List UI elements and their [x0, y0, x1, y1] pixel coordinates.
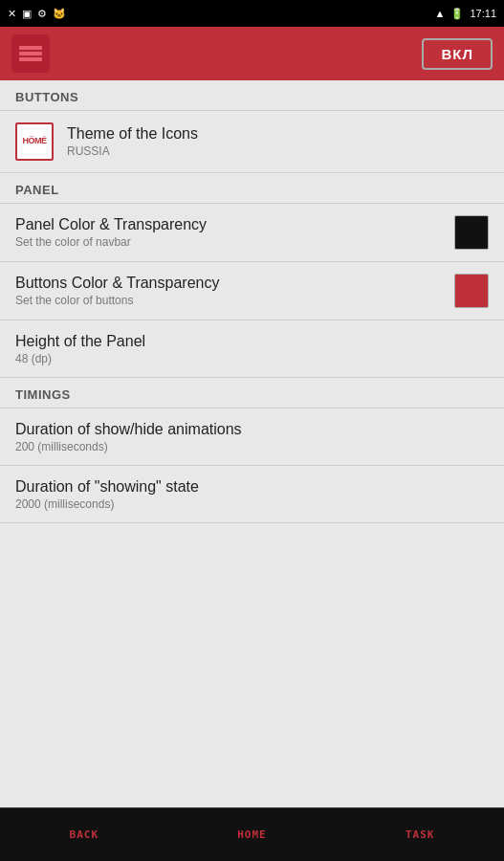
nav-item-home[interactable]: HOME: [237, 828, 267, 841]
panel-height-title: Height of the Panel: [15, 333, 145, 350]
section-header-buttons: BUTTONS: [0, 80, 504, 110]
list-item-show-hide[interactable]: Duration of show/hide animations 200 (mi…: [0, 408, 504, 466]
svg-rect-2: [19, 57, 42, 61]
list-item-panel-color[interactable]: Panel Color & Transparency Set the color…: [0, 204, 504, 262]
showing-state-text: Duration of "showing" state 2000 (millis…: [15, 478, 199, 511]
panel-height-text: Height of the Panel 48 (dp): [15, 333, 145, 365]
app-icon[interactable]: [11, 34, 50, 73]
showing-state-subtitle: 2000 (milliseconds): [15, 497, 199, 511]
svg-rect-0: [19, 46, 42, 50]
close-icon: ✕: [8, 8, 16, 20]
list-item-left: HÖMÉ Theme of the Icons RUSSIA: [15, 122, 198, 161]
section-header-panel: PANEL: [0, 173, 504, 203]
theme-icon-preview: HÖMÉ: [15, 122, 54, 161]
buttons-color-swatch[interactable]: [454, 274, 489, 308]
nav-item-back[interactable]: BACK: [70, 828, 99, 841]
nav-back-label: BACK: [70, 828, 99, 841]
wifi-icon: ▲: [435, 8, 446, 19]
status-bar: ✕ ▣ ⚙ 🐱 ▲ 🔋 17:11: [0, 0, 504, 27]
buttons-color-text: Buttons Color & Transparency Set the col…: [15, 275, 219, 307]
showing-state-title: Duration of "showing" state: [15, 478, 199, 496]
theme-icons-title: Theme of the Icons: [67, 125, 198, 143]
nav-task-label: TASK: [405, 828, 435, 841]
status-time: 17:11: [470, 8, 496, 19]
cat-icon: 🐱: [53, 8, 66, 20]
panel-height-subtitle: 48 (dp): [15, 352, 145, 365]
bottom-nav: BACK HOME TASK: [0, 807, 504, 861]
status-icons-left: ✕ ▣ ⚙ 🐱: [8, 8, 66, 20]
svg-rect-1: [19, 52, 42, 55]
toggle-button[interactable]: ВКЛ: [422, 38, 493, 70]
panel-color-swatch[interactable]: [454, 215, 489, 250]
list-item-panel-height[interactable]: Height of the Panel 48 (dp): [0, 320, 504, 378]
battery-icon: 🔋: [450, 8, 464, 20]
usb-icon: ⚙: [37, 8, 47, 20]
content: BUTTONS HÖMÉ Theme of the Icons RUSSIA P…: [0, 80, 504, 807]
buttons-color-subtitle: Set the color of buttons: [15, 294, 219, 307]
buttons-color-title: Buttons Color & Transparency: [15, 275, 219, 292]
panel-color-subtitle: Set the color of navbar: [15, 235, 207, 249]
theme-icons-subtitle: RUSSIA: [67, 144, 198, 158]
panel-color-text: Panel Color & Transparency Set the color…: [15, 216, 207, 249]
show-hide-text: Duration of show/hide animations 200 (mi…: [15, 421, 242, 453]
nav-home-label: HOME: [237, 828, 267, 841]
app-bar: ВКЛ: [0, 27, 504, 80]
image-icon: ▣: [22, 8, 32, 20]
section-header-timings: TIMINGS: [0, 378, 504, 408]
show-hide-subtitle: 200 (milliseconds): [15, 440, 242, 453]
list-item-text: Theme of the Icons RUSSIA: [67, 125, 198, 158]
list-item-showing-state[interactable]: Duration of "showing" state 2000 (millis…: [0, 466, 504, 523]
show-hide-title: Duration of show/hide animations: [15, 421, 242, 438]
theme-icon-text: HÖMÉ: [23, 137, 47, 146]
nav-item-task[interactable]: TASK: [405, 828, 435, 841]
list-item-theme-icons[interactable]: HÖMÉ Theme of the Icons RUSSIA: [0, 111, 504, 173]
panel-color-title: Panel Color & Transparency: [15, 216, 207, 233]
status-icons-right: ▲ 🔋 17:11: [435, 8, 496, 20]
list-item-buttons-color[interactable]: Buttons Color & Transparency Set the col…: [0, 262, 504, 320]
